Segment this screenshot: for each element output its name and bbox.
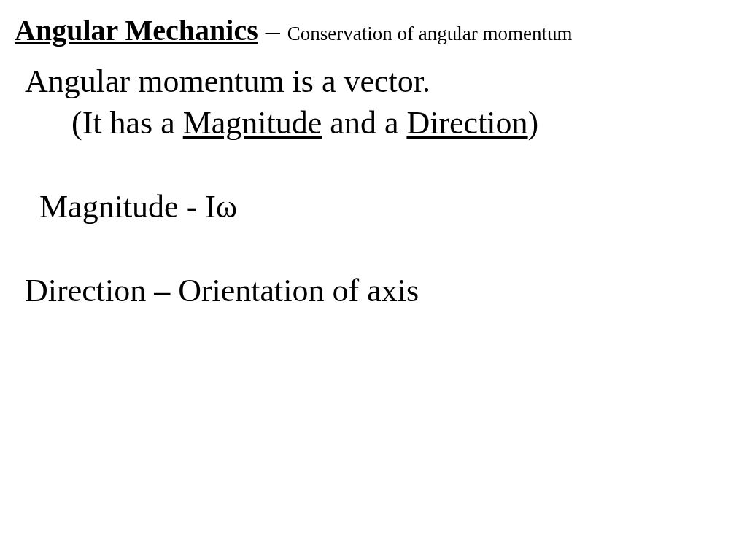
slide-title: Angular Mechanics – Conservation of angu… (15, 13, 732, 48)
text-fragment: (It has a (71, 105, 183, 141)
text-fragment: and a (322, 105, 406, 141)
omega-symbol: ω (216, 189, 237, 225)
content-line-2: (It has a Magnitude and a Direction) (25, 103, 732, 143)
content-line-1: Angular momentum is a vector. (25, 61, 732, 101)
text-fragment: ) (528, 105, 539, 141)
text-fragment: Magnitude - I (39, 189, 216, 225)
content-line-4: Direction – Orientation of axis (25, 271, 732, 311)
slide-content: Angular momentum is a vector. (It has a … (15, 61, 732, 311)
underline-direction: Direction (406, 105, 527, 141)
title-subtitle: Conservation of angular momentum (287, 23, 573, 44)
underline-magnitude: Magnitude (183, 105, 322, 141)
title-main: Angular Mechanics (15, 14, 258, 47)
content-line-3: Magnitude - Iω (25, 187, 732, 227)
title-dash: – (258, 14, 287, 47)
